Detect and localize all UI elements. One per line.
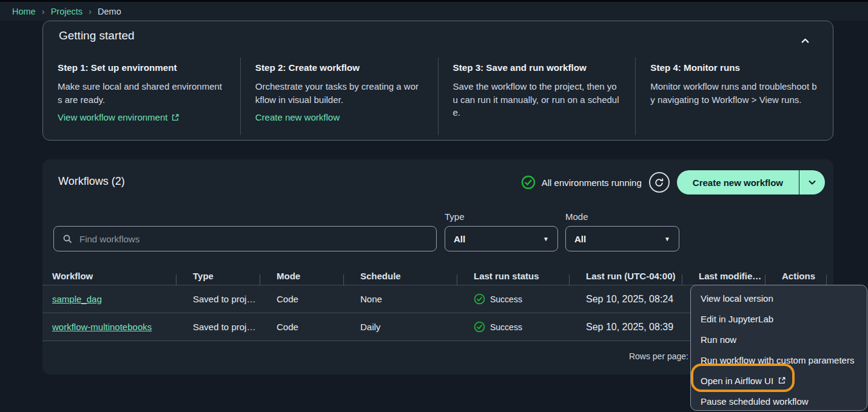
mode-filter-label: Mode: [565, 211, 679, 221]
step-link-label: Create new workflow: [255, 112, 340, 122]
check-circle-icon: [521, 175, 536, 190]
create-new-workflow-button[interactable]: Create new workflow: [677, 170, 799, 194]
step-title: Step 4: Monitor runs: [650, 62, 818, 73]
chevron-up-icon: [800, 36, 810, 46]
cell-type: Saved to proj…: [176, 294, 260, 304]
column-header-workflow[interactable]: Workflow: [42, 271, 176, 281]
mode-filter-value: All: [574, 234, 586, 244]
refresh-button[interactable]: [649, 172, 670, 193]
create-workflow-split-button: Create new workflow: [677, 170, 825, 194]
getting-started-steps: Step 1: Set up environment Make sure loc…: [43, 58, 833, 135]
step-1: Step 1: Set up environment Make sure loc…: [43, 58, 240, 135]
step-body: Save the workflow to the project, then y…: [453, 80, 621, 119]
column-header-actions[interactable]: Actions: [765, 271, 827, 281]
breadcrumb-projects[interactable]: Projects: [51, 7, 82, 16]
step-title: Step 1: Set up environment: [58, 62, 226, 73]
breadcrumb-separator-icon: ›: [89, 6, 92, 16]
mode-filter-select[interactable]: All ▼: [565, 226, 679, 251]
step-link-label: View workflow environment: [58, 112, 167, 122]
menu-item-pause-scheduled-workflow[interactable]: Pause scheduled workflow: [691, 391, 867, 411]
mode-filter: Mode All ▼: [565, 211, 679, 251]
menu-item-run-now[interactable]: Run now: [691, 329, 867, 350]
step-4: Step 4: Monitor runs Monitor workflow ru…: [635, 58, 833, 135]
workflow-actions-menu: View local version Edit in JupyterLab Ru…: [690, 285, 867, 411]
status-text: Success: [490, 322, 522, 332]
table-header-row: Workflow Type Mode Schedule Last run sta…: [42, 267, 833, 285]
getting-started-panel: Getting started Step 1: Set up environme…: [42, 21, 833, 141]
column-header-last-run[interactable]: Last run (UTC-04:00): [569, 271, 682, 281]
status-badge: Success: [474, 321, 569, 333]
step-body: Monitor workflow runs and troubleshoot b…: [650, 80, 818, 106]
cell-mode: Code: [260, 294, 343, 304]
cell-last-run: Sep 10, 2025, 08:24: [569, 294, 682, 305]
type-filter-label: Type: [445, 211, 558, 221]
menu-item-run-with-custom-parameters[interactable]: Run workflow with custom parameters: [691, 350, 867, 370]
success-check-icon: [474, 293, 485, 305]
menu-item-view-local-version[interactable]: View local version: [691, 288, 867, 308]
status-text: Success: [490, 294, 522, 304]
getting-started-title: Getting started: [59, 29, 135, 42]
breadcrumb: Home › Projects › Demo: [0, 2, 868, 21]
type-filter-value: All: [454, 234, 465, 244]
create-new-workflow-link[interactable]: Create new workflow: [255, 112, 340, 122]
external-link-icon: [778, 376, 786, 385]
cell-schedule: Daily: [343, 322, 457, 332]
caret-down-icon: ▼: [543, 236, 549, 242]
refresh-icon: [654, 178, 664, 188]
external-link-icon: [171, 113, 180, 122]
breadcrumb-current: Demo: [98, 7, 121, 16]
caret-down-icon: ▼: [664, 236, 670, 242]
column-header-schedule[interactable]: Schedule: [343, 271, 457, 281]
create-workflow-dropdown-button[interactable]: [799, 170, 825, 194]
column-header-type[interactable]: Type: [176, 271, 260, 281]
workflow-link-multinotebooks[interactable]: workflow-multinotebooks: [52, 322, 152, 332]
chevron-down-icon: [807, 178, 817, 187]
workflow-search: [53, 226, 437, 251]
cell-last-run: Sep 10, 2025, 08:39: [569, 322, 682, 333]
cell-type: Saved to proj…: [176, 322, 260, 332]
column-header-last-modified[interactable]: Last modifie…: [682, 271, 765, 281]
breadcrumb-home[interactable]: Home: [12, 7, 36, 16]
step-title: Step 2: Create workflow: [255, 62, 423, 73]
workflows-title: Workflows (2): [58, 175, 125, 188]
view-workflow-environment-link[interactable]: View workflow environment: [58, 112, 180, 122]
search-input[interactable]: [78, 233, 428, 245]
step-body: Orchestrate your tasks by creating a wor…: [255, 80, 423, 106]
type-filter: Type All ▼: [445, 211, 558, 251]
step-3: Step 3: Save and run workflow Save the w…: [438, 58, 636, 135]
rows-per-page-label: Rows per page:: [629, 351, 688, 361]
workflow-link-sample-dag[interactable]: sample_dag: [52, 294, 102, 304]
collapse-panel-button[interactable]: [795, 31, 815, 50]
cell-schedule: None: [343, 294, 457, 304]
column-header-mode[interactable]: Mode: [260, 271, 343, 281]
environments-status: All environments running: [521, 175, 642, 190]
success-check-icon: [474, 321, 485, 333]
menu-item-open-in-airflow-ui[interactable]: Open in Airflow UI: [691, 370, 867, 391]
step-body: Make sure local and shared environments …: [58, 80, 226, 106]
cell-mode: Code: [260, 322, 343, 332]
menu-item-edit-in-jupyterlab[interactable]: Edit in JupyterLab: [691, 308, 867, 329]
breadcrumb-separator-icon: ›: [42, 6, 45, 16]
environments-status-text: All environments running: [542, 178, 642, 188]
step-title: Step 3: Save and run workflow: [453, 62, 621, 73]
workflows-header-actions: All environments running Create new work…: [521, 170, 825, 194]
status-badge: Success: [474, 293, 569, 305]
type-filter-select[interactable]: All ▼: [445, 226, 558, 251]
column-header-last-run-status[interactable]: Last run status: [457, 271, 569, 281]
menu-item-label: Open in Airflow UI: [701, 376, 773, 386]
search-icon: [62, 234, 72, 244]
step-2: Step 2: Create workflow Orchestrate your…: [240, 58, 438, 135]
